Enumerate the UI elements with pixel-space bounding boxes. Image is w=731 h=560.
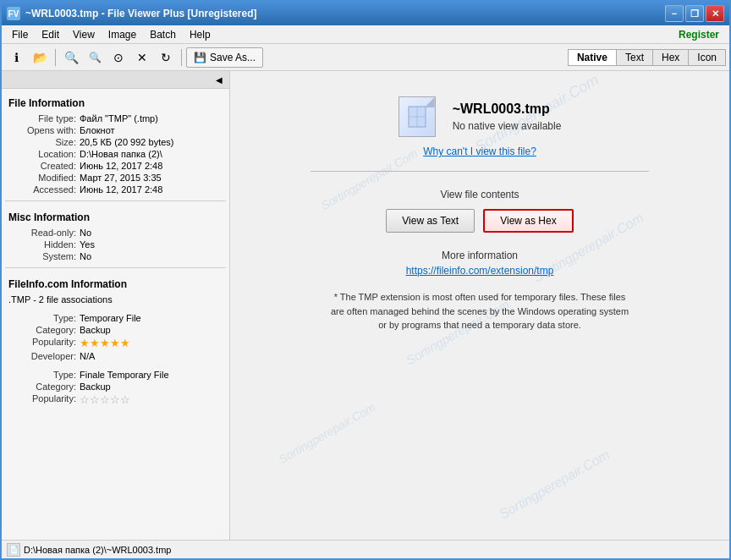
view-as-text-button[interactable]: View as Text (386, 209, 475, 233)
main-window: FV ~WRL0003.tmp - File Viewer Plus [Unre… (0, 0, 731, 560)
restore-button[interactable]: ❐ (685, 5, 704, 22)
divider-2 (5, 267, 226, 268)
zoom-out-button[interactable]: 🔍 (84, 47, 106, 68)
size-label: Size: (8, 137, 76, 147)
created-label: Created: (8, 161, 76, 171)
created-value: Июнь 12, 2017 2:48 (80, 161, 162, 171)
reset-button[interactable]: ✕ (131, 47, 153, 68)
toolbar: ℹ 📂 🔍 🔍 ⊙ ✕ ↻ 💾 Save As... Native Text H… (2, 44, 729, 71)
main-content: ◀ File Information File type: Файл "TMP"… (2, 71, 729, 540)
description-text: * The TMP extension is most often used f… (327, 290, 632, 332)
fileinfo-title: FileInfo.com Information (2, 273, 229, 294)
system-label: System: (8, 251, 76, 261)
file-icon (398, 96, 439, 137)
readonly-label: Read-only: (8, 228, 76, 238)
close-button[interactable]: ✕ (706, 5, 724, 22)
more-info-link[interactable]: https://fileinfo.com/extension/tmp (406, 265, 554, 277)
popularity2-stars: ☆☆☆☆☆ (80, 393, 130, 406)
save-as-button[interactable]: 💾 Save As... (186, 47, 263, 68)
toolbar-separator-1 (55, 49, 56, 66)
accessed-label: Accessed: (8, 184, 76, 195)
window-controls: − ❐ ✕ (665, 5, 724, 22)
size-value: 20,5 КБ (20 992 bytes) (80, 137, 173, 147)
tab-icon[interactable]: Icon (689, 50, 725, 65)
file-icon-image (398, 96, 436, 137)
menu-edit[interactable]: Edit (35, 27, 66, 42)
toolbar-separator-2 (181, 49, 182, 66)
file-type-label: File type: (8, 113, 76, 124)
tab-text[interactable]: Text (617, 50, 653, 65)
menu-file[interactable]: File (5, 27, 35, 42)
tab-native[interactable]: Native (569, 50, 617, 65)
category2-label: Category: (8, 382, 76, 392)
window-title: ~WRL0003.tmp - File Viewer Plus [Unregis… (25, 8, 665, 19)
tab-hex[interactable]: Hex (653, 50, 689, 65)
category2-value: Backup (80, 382, 111, 392)
menu-batch[interactable]: Batch (143, 27, 183, 42)
refresh-button[interactable]: ↻ (155, 47, 177, 68)
menu-view[interactable]: View (66, 27, 102, 42)
type1-value: Temporary File (80, 313, 141, 323)
modified-label: Modified: (8, 173, 76, 183)
category1-row: Category: Backup (2, 324, 229, 336)
hidden-row: Hidden: Yes (2, 239, 229, 250)
created-row: Created: Июнь 12, 2017 2:48 (2, 160, 229, 172)
statusbar-icon: 📄 (7, 543, 20, 557)
register-link[interactable]: Register (672, 27, 726, 42)
location-row: Location: D:\Новая папка (2)\ (2, 148, 229, 160)
readonly-value: No (80, 228, 91, 238)
hidden-value: Yes (80, 239, 95, 250)
modified-row: Modified: Март 27, 2015 3:35 (2, 172, 229, 184)
left-panel-content: File Information File type: Файл "TMP" (… (2, 89, 229, 540)
zoom-in-button[interactable]: 🔍 (60, 47, 82, 68)
opens-with-label: Opens with: (8, 125, 76, 135)
separator-line (311, 171, 649, 172)
menu-help[interactable]: Help (183, 27, 217, 42)
why-link[interactable]: Why can't I view this file? (423, 145, 536, 157)
type2-label: Type: (8, 370, 76, 380)
view-as-hex-button[interactable]: View as Hex (483, 209, 573, 233)
file-desc: No native view available (453, 120, 562, 132)
file-type-row: File type: Файл "TMP" (.tmp) (2, 113, 229, 124)
readonly-row: Read-only: No (2, 227, 229, 239)
open-button[interactable]: 📂 (29, 47, 51, 68)
category1-label: Category: (8, 325, 76, 335)
file-icon-area: ~WRL0003.tmp No native view available (398, 96, 562, 137)
popularity1-row: Popularity: ★★★★★ (2, 336, 229, 350)
floppy-icon: 💾 (194, 52, 206, 63)
type2-row: Type: Finale Temporary File (2, 369, 229, 381)
view-file-contents-label: View file contents (440, 189, 519, 200)
left-panel-header: ◀ (2, 71, 229, 89)
system-value: No (80, 251, 91, 261)
modified-value: Март 27, 2015 3:35 (80, 173, 162, 183)
hidden-label: Hidden: (8, 239, 76, 250)
file-type-value: Файл "TMP" (.tmp) (80, 113, 158, 124)
system-row: System: No (2, 250, 229, 262)
more-info-label: More information (442, 250, 518, 261)
right-panel: Sortingperepair.Com Sortingperepair.Com … (230, 71, 729, 540)
view-tabs: Native Text Hex Icon (568, 49, 726, 66)
type1-row: Type: Temporary File (2, 312, 229, 324)
fit-button[interactable]: ⊙ (107, 47, 129, 68)
app-icon: FV (7, 7, 20, 20)
developer1-row: Developer: N/A (2, 350, 229, 362)
save-as-label: Save As... (210, 52, 256, 63)
collapse-button[interactable]: ◀ (212, 73, 226, 86)
developer1-label: Developer: (8, 351, 76, 361)
file-name: ~WRL0003.tmp (453, 102, 562, 117)
minimize-button[interactable]: − (665, 5, 684, 22)
left-panel: ◀ File Information File type: Файл "TMP"… (2, 71, 230, 540)
info-button[interactable]: ℹ (5, 47, 27, 68)
size-row: Size: 20,5 КБ (20 992 bytes) (2, 136, 229, 148)
opens-with-value: Блокнот (80, 125, 115, 135)
popularity1-stars: ★★★★★ (80, 337, 130, 349)
titlebar: FV ~WRL0003.tmp - File Viewer Plus [Unre… (2, 2, 729, 25)
statusbar-path: D:\Новая папка (2)\~WRL0003.tmp (24, 545, 171, 555)
location-label: Location: (8, 149, 76, 159)
opens-with-row: Opens with: Блокнот (2, 124, 229, 136)
menu-image[interactable]: Image (102, 27, 143, 42)
divider-1 (5, 200, 226, 201)
accessed-row: Accessed: Июнь 12, 2017 2:48 (2, 184, 229, 195)
developer1-value: N/A (80, 351, 95, 361)
category1-value: Backup (80, 325, 111, 335)
